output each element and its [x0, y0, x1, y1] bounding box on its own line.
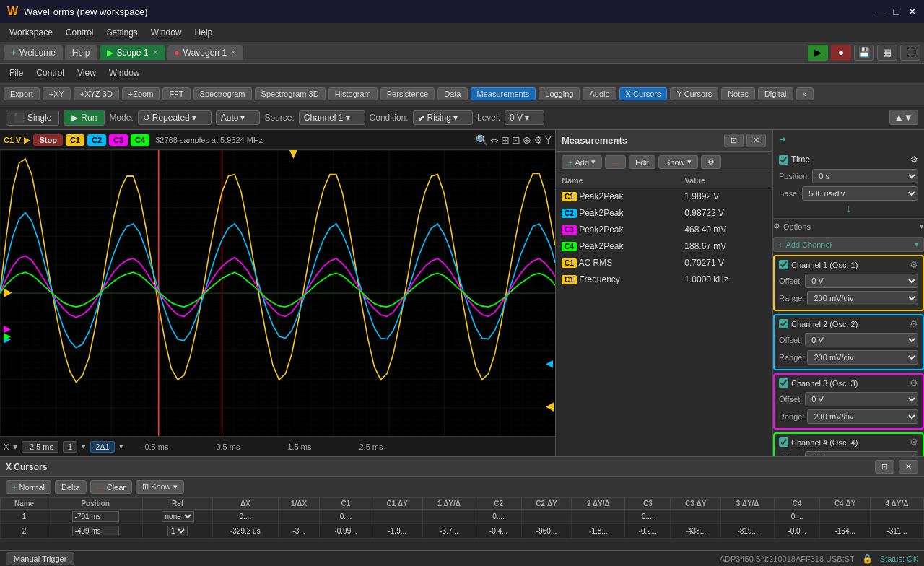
add-zoom-button[interactable]: +Zoom: [122, 87, 160, 100]
delta-cursor-button[interactable]: Delta: [55, 480, 87, 494]
level-dropdown[interactable]: 0 V ▾: [505, 110, 544, 125]
more-button[interactable]: »: [796, 87, 814, 100]
menu-window[interactable]: Window: [145, 26, 188, 39]
menu2-file[interactable]: File: [4, 66, 29, 79]
xcursors-button[interactable]: X Cursors: [619, 87, 668, 100]
rp-forward-icon[interactable]: ➜: [773, 130, 924, 149]
menu-workspace[interactable]: Workspace: [4, 26, 58, 39]
add-channel-button[interactable]: + Add Channel ▾: [773, 237, 924, 252]
edit-measurement-button[interactable]: Edit: [629, 155, 655, 169]
channel2-gear-icon[interactable]: ⚙: [910, 318, 918, 329]
search-icon[interactable]: 🔍: [476, 134, 488, 146]
persistence-button[interactable]: Persistence: [380, 87, 435, 100]
cursor-ref-select[interactable]: none: [162, 511, 194, 522]
ch1-button[interactable]: C1: [66, 134, 84, 146]
xcursor-expand-button[interactable]: ⊡: [875, 460, 894, 474]
minimize-button[interactable]: ─: [878, 6, 885, 17]
show-measurement-button[interactable]: Show ▾: [658, 155, 698, 169]
position-select[interactable]: 0 s: [812, 169, 918, 183]
channel1-gear-icon[interactable]: ⚙: [910, 259, 918, 270]
y-label-button[interactable]: Y: [545, 134, 552, 146]
channel2-offset-select[interactable]: 0 V: [805, 333, 918, 347]
measurements-button[interactable]: Measurements: [471, 87, 536, 100]
channel1-offset-select[interactable]: 0 V: [805, 274, 918, 288]
tab-wavegen1[interactable]: ● Wavegen 1 ✕: [167, 45, 244, 60]
channel4-offset-select[interactable]: 0 V: [805, 451, 918, 456]
ch2-button[interactable]: C2: [87, 134, 106, 146]
delete-measurement-button[interactable]: —: [605, 155, 626, 169]
add-xyz-button[interactable]: +XYZ 3D: [74, 87, 119, 100]
close-measurements-button[interactable]: ✕: [746, 134, 766, 147]
tab-scope1-close[interactable]: ✕: [152, 48, 158, 56]
osc-canvas[interactable]: ▶ ▶ ▶ ▶ ◀ ◀: [0, 150, 555, 436]
histogram-button[interactable]: Histogram: [328, 87, 378, 100]
menu2-window[interactable]: Window: [103, 66, 146, 79]
channel4-checkbox[interactable]: [779, 437, 788, 447]
level-adjust-button[interactable]: ▲▼: [889, 110, 918, 125]
tab-help[interactable]: Help: [65, 45, 97, 60]
zoom-in-icon[interactable]: ⊕: [523, 134, 531, 146]
expand-button[interactable]: ⊡: [724, 134, 744, 147]
source-dropdown[interactable]: Channel 1 ▾: [299, 110, 365, 125]
record-button[interactable]: ●: [831, 45, 851, 61]
menu-help[interactable]: Help: [189, 26, 219, 39]
play-button[interactable]: ▶: [808, 45, 828, 61]
time-down-arrow[interactable]: ↓: [779, 202, 918, 215]
normal-cursor-button[interactable]: + Normal: [6, 480, 51, 494]
mode-dropdown[interactable]: ↺ Repeated ▾: [138, 110, 212, 125]
export-button[interactable]: Export: [4, 87, 40, 100]
menu2-control[interactable]: Control: [30, 66, 70, 79]
tab-welcome[interactable]: + Welcome: [4, 45, 63, 60]
spectrogram-button[interactable]: Spectrogram: [193, 87, 252, 100]
audio-button[interactable]: Audio: [583, 87, 616, 100]
manual-trigger-button[interactable]: Manual Trigger: [6, 552, 74, 565]
data-button[interactable]: Data: [437, 87, 467, 100]
gear-icon[interactable]: ⚙: [533, 134, 543, 146]
save-button[interactable]: 💾: [854, 45, 874, 61]
osc-icon1[interactable]: ⇔: [490, 134, 499, 146]
logging-button[interactable]: Logging: [539, 87, 580, 100]
condition-dropdown[interactable]: ⬈ Rising ▾: [413, 110, 473, 125]
channel4-gear-icon[interactable]: ⚙: [910, 437, 918, 448]
menu-settings[interactable]: Settings: [101, 26, 144, 39]
base-select[interactable]: 500 us/div: [802, 186, 918, 201]
maximize-button[interactable]: □: [894, 6, 899, 17]
menu-control[interactable]: Control: [60, 26, 100, 39]
layout-button[interactable]: ▦: [877, 45, 897, 61]
cursor-ref-select[interactable]: 1: [167, 526, 188, 536]
options-row[interactable]: ⚙ Options ▾: [773, 219, 924, 234]
close-button[interactable]: ✕: [908, 6, 917, 17]
channel3-range-select[interactable]: 200 mV/div: [807, 409, 918, 424]
channel3-checkbox[interactable]: [779, 378, 788, 388]
cursor-position-input[interactable]: [72, 526, 119, 536]
time-section-header[interactable]: Time ⚙: [779, 152, 918, 167]
auto-dropdown[interactable]: Auto ▾: [216, 110, 261, 125]
ch3-button[interactable]: C3: [109, 134, 128, 146]
digital-button[interactable]: Digital: [758, 87, 793, 100]
time-checkbox[interactable]: [779, 155, 788, 165]
cursor-position-input[interactable]: [72, 511, 119, 522]
channel3-offset-select[interactable]: 0 V: [805, 392, 918, 406]
show-cursor-button[interactable]: ⊞ Show ▾: [136, 480, 184, 494]
stop-button[interactable]: Stop: [33, 134, 62, 146]
ycursors-button[interactable]: Y Cursors: [670, 87, 718, 100]
clear-cursor-button[interactable]: — Clear: [90, 480, 132, 494]
settings-measurement-button[interactable]: ⚙: [701, 155, 721, 169]
ch4-button[interactable]: C4: [131, 134, 149, 146]
run-button[interactable]: ▶ Run: [64, 110, 105, 126]
osc-icon2[interactable]: ⊞: [501, 134, 510, 146]
tab-wavegen1-close[interactable]: ✕: [230, 48, 236, 56]
single-button[interactable]: ⬛ Single: [6, 110, 59, 126]
channel2-range-select[interactable]: 200 mV/div: [807, 350, 918, 365]
spectrogram3d-button[interactable]: Spectrogram 3D: [255, 87, 326, 100]
tab-scope1[interactable]: ▶ Scope 1 ✕: [100, 45, 165, 60]
menu2-view[interactable]: View: [71, 66, 102, 79]
fft-button[interactable]: FFT: [162, 87, 190, 100]
fullscreen-button[interactable]: ⛶: [900, 45, 920, 61]
add-measurement-button[interactable]: + Add ▾: [562, 155, 602, 169]
add-xy-button[interactable]: +XY: [43, 87, 71, 100]
time-gear-icon[interactable]: ⚙: [910, 154, 918, 165]
channel1-range-select[interactable]: 200 mV/div: [807, 291, 918, 305]
osc-icon3[interactable]: ⊡: [512, 134, 520, 146]
xcursor-close-button[interactable]: ✕: [899, 460, 918, 474]
